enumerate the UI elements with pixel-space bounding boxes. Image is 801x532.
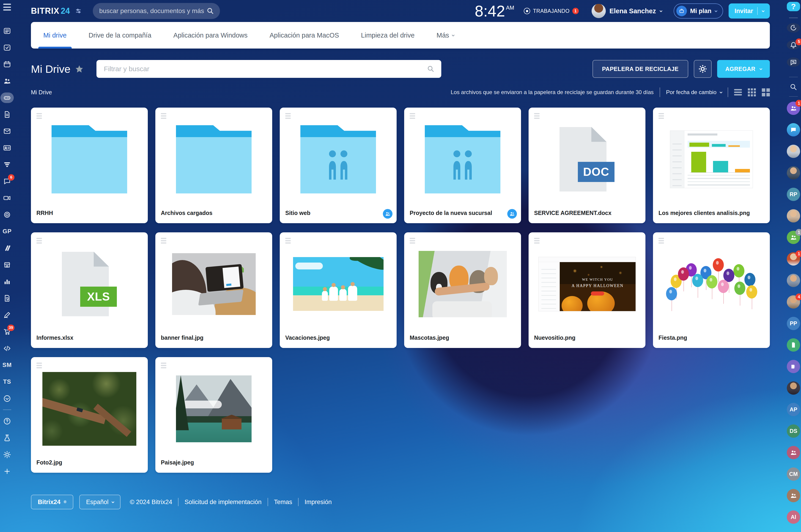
tab-drive-compania[interactable]: Drive de la compañía	[89, 22, 151, 49]
recent-chat-avatar[interactable]	[787, 446, 800, 459]
tab-mi-drive[interactable]: Mi drive	[43, 22, 67, 49]
sidebar-item-automation[interactable]	[1, 240, 14, 256]
file-card-sitio-web[interactable]: Sitio web	[280, 108, 397, 223]
tab-app-windows[interactable]: Aplicación para Windows	[174, 22, 248, 49]
sidebar-item-documents[interactable]	[1, 106, 14, 123]
sidebar-item-ts[interactable]: TS	[1, 373, 14, 390]
sidebar-item-lab[interactable]	[1, 430, 14, 446]
main-menu-icon[interactable]	[3, 4, 11, 11]
recycle-bin-button[interactable]: PAPELERA DE RECICLAJE	[593, 60, 688, 78]
sidebar-item-video-calls[interactable]	[1, 190, 14, 206]
sidebar-item-messenger[interactable]: 6	[1, 173, 14, 190]
tab-app-macos[interactable]: Aplicación para MacOS	[270, 22, 339, 49]
sidebar-item-tasks[interactable]	[1, 39, 14, 56]
recent-chat-avatar[interactable]: 1	[787, 252, 800, 266]
user-menu[interactable]: Elena Sanchez	[591, 4, 662, 18]
file-card-foto2[interactable]: Foto2.jpg	[31, 357, 148, 473]
user-avatar[interactable]	[591, 4, 606, 18]
recent-chat-avatar[interactable]: 1	[787, 231, 800, 244]
tab-mas[interactable]: Más	[436, 22, 454, 49]
search-button[interactable]	[787, 82, 800, 92]
file-card-mascotas[interactable]: Mascotas.jpeg	[404, 232, 521, 348]
invite-button[interactable]: Invitar	[729, 3, 770, 19]
footer-link-print[interactable]: Impresión	[305, 498, 332, 506]
sort-dropdown[interactable]: Por fecha de cambio	[666, 89, 722, 95]
list-view-icon[interactable]	[734, 89, 742, 95]
recent-chat-avatar[interactable]: RP	[787, 188, 800, 201]
bitrix24-logo[interactable]: BITRIX 24	[31, 6, 70, 16]
recent-chat-avatar[interactable]	[787, 209, 800, 223]
copilot-button[interactable]	[787, 23, 800, 33]
filter-search[interactable]	[96, 60, 441, 78]
sidebar-add-button[interactable]	[1, 463, 14, 479]
sidebar-item-support[interactable]	[1, 413, 14, 430]
tab-limpieza-drive[interactable]: Limpieza del drive	[361, 22, 415, 49]
recent-chat-avatar[interactable]	[787, 145, 800, 158]
sidebar-item-marketing[interactable]	[1, 206, 14, 223]
interface-settings-icon[interactable]	[75, 7, 82, 15]
breadcrumb[interactable]: Mi Drive	[31, 89, 52, 96]
file-card-service-agreement[interactable]: DOC SERVICE AGREEMENT.docx	[529, 108, 645, 223]
work-status[interactable]: TRABAJANDO 1	[524, 8, 579, 14]
sidebar-item-feed[interactable]	[1, 22, 14, 39]
drive-settings-button[interactable]	[694, 60, 712, 78]
file-card-archivos-cargados[interactable]: Archivos cargados	[155, 108, 272, 223]
recent-chat-avatar[interactable]: PP	[787, 317, 800, 330]
sidebar-item-employees[interactable]	[1, 73, 14, 89]
sidebar-item-esign[interactable]	[1, 306, 14, 323]
language-selector[interactable]: Español	[79, 495, 121, 509]
sidebar-item-sales-funnel[interactable]	[1, 156, 14, 173]
file-card-nuevositio[interactable]: WE WITCH YOU A HAPPY HALLOWEEN Nuevositi…	[529, 232, 645, 348]
chat-history-button[interactable]	[787, 57, 800, 67]
recent-chat-avatar[interactable]	[787, 489, 800, 502]
recent-chat-avatar[interactable]: CM	[787, 468, 800, 481]
work-clock[interactable]: 8:42 AM	[475, 3, 514, 19]
footer-link-implementation[interactable]: Solicitud de implementación	[184, 498, 261, 506]
my-plan-button[interactable]: Mi plan	[674, 3, 723, 19]
recent-chat-avatar[interactable]	[787, 274, 800, 287]
file-name: banner final.jpg	[161, 335, 258, 341]
sidebar-item-gp[interactable]: GP	[1, 223, 14, 240]
recent-chat-avatar[interactable]: AP	[787, 403, 800, 416]
sidebar-item-analytics[interactable]	[1, 273, 14, 290]
help-button[interactable]: ?	[787, 2, 800, 11]
recent-chat-avatar[interactable]: DS	[787, 424, 800, 438]
sidebar-item-developer[interactable]	[1, 340, 14, 357]
sidebar-item-crm[interactable]	[1, 139, 14, 156]
file-card-proyecto-nueva-sucursal[interactable]: Proyecto de la nueva sucursal	[404, 108, 521, 223]
file-card-rrhh[interactable]: RRHH	[31, 108, 148, 223]
recent-chat-avatar[interactable]	[787, 338, 800, 352]
grid-view-icon[interactable]	[748, 88, 756, 96]
favorite-star-icon[interactable]	[75, 64, 84, 73]
file-card-banner-final[interactable]: banner final.jpg	[155, 232, 272, 348]
sidebar-expand-button[interactable]	[1, 390, 14, 407]
file-card-paisaje[interactable]: Paisaje.jpeg	[155, 357, 272, 473]
sidebar-item-calendar[interactable]	[1, 56, 14, 73]
recent-chat-avatar[interactable]: 1	[787, 102, 800, 115]
add-button[interactable]: AGREGAR	[717, 60, 770, 78]
sidebar-item-company[interactable]	[1, 256, 14, 273]
filter-search-input[interactable]	[103, 65, 427, 73]
sidebar-item-drive[interactable]	[1, 89, 14, 106]
recent-chat-avatar[interactable]: 4	[787, 295, 800, 308]
sidebar-item-sm[interactable]: SM	[1, 357, 14, 373]
sidebar-item-settings[interactable]	[1, 446, 14, 463]
sidebar-item-market[interactable]: 39	[1, 323, 14, 340]
global-search-input[interactable]	[99, 7, 207, 15]
tile-view-icon[interactable]	[762, 88, 770, 96]
sidebar-item-mail[interactable]	[1, 123, 14, 139]
file-card-vacaciones[interactable]: Vacaciones.jpeg	[280, 232, 397, 348]
notifications-button[interactable]: 5	[787, 40, 800, 50]
recent-chat-avatar[interactable]	[787, 381, 800, 395]
file-card-fiesta[interactable]: Fiesta.png	[653, 232, 770, 348]
file-card-informes[interactable]: XLS Informes.xlsx	[31, 232, 148, 348]
footer-link-themes[interactable]: Temas	[274, 498, 292, 506]
recent-chat-avatar[interactable]	[787, 123, 800, 136]
recent-chat-avatar[interactable]	[787, 360, 800, 373]
recent-chat-avatar[interactable]: Al	[787, 511, 800, 524]
recent-chat-avatar[interactable]	[787, 166, 800, 179]
file-card-mejores-clientes[interactable]: Los mejores clientes analisis.png	[653, 108, 770, 223]
sidebar-item-esign-docs[interactable]	[1, 290, 14, 306]
bitrix24-footer-logo[interactable]: Bitrix24®	[31, 495, 73, 509]
global-search[interactable]	[93, 3, 220, 19]
